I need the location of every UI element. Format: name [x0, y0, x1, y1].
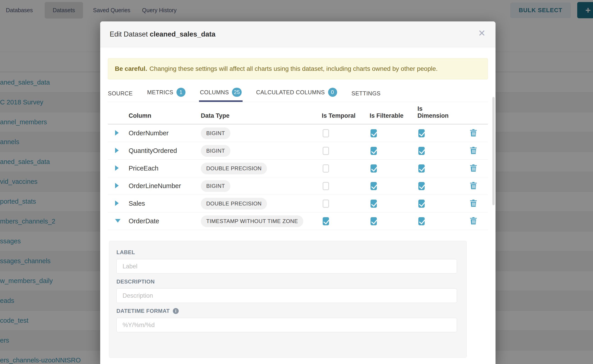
trash-icon	[470, 182, 477, 190]
delete-column-button[interactable]	[452, 146, 488, 155]
columns-table-header: Column Data Type Is Temporal Is Filterab…	[108, 102, 488, 124]
field-label: DESCRIPTION	[116, 279, 155, 285]
tab-columns[interactable]: COLUMNS25	[200, 88, 242, 102]
column-row: Sales DOUBLE PRECISION	[108, 195, 488, 212]
column-row: QuantityOrdered BIGINT	[108, 142, 488, 160]
is-temporal-checkbox[interactable]	[323, 217, 329, 225]
detail-field: DATETIME FORMAT i	[116, 308, 457, 332]
scrollbar[interactable]	[492, 97, 495, 205]
delete-column-button[interactable]	[452, 164, 488, 173]
is-dimension-checkbox[interactable]	[418, 182, 425, 190]
expand-caret-icon[interactable]	[108, 165, 124, 172]
field-input[interactable]	[116, 318, 457, 332]
column-header: Column	[124, 112, 196, 124]
modal-body: Be careful. Changing these settings will…	[100, 47, 495, 364]
field-input[interactable]	[116, 288, 457, 303]
expand-caret-icon[interactable]	[108, 148, 124, 154]
edit-dataset-modal: Edit Dataset cleaned_sales_data ✕ Be car…	[100, 21, 495, 364]
is-filterable-checkbox[interactable]	[370, 129, 377, 137]
is-dimension-checkbox[interactable]	[418, 129, 425, 137]
modal-title-prefix: Edit Dataset	[110, 30, 148, 38]
modal-header: Edit Dataset cleaned_sales_data ✕	[100, 21, 495, 47]
tab-calculated-columns[interactable]: CALCULATED COLUMNS0	[256, 88, 337, 102]
tab-label: SETTINGS	[352, 90, 381, 97]
trash-icon	[470, 199, 477, 207]
trash-icon	[470, 164, 477, 172]
trash-icon	[470, 217, 477, 225]
is-temporal-checkbox[interactable]	[323, 200, 329, 208]
close-icon[interactable]: ✕	[478, 29, 486, 38]
is-filterable-checkbox[interactable]	[370, 182, 377, 190]
data-type-header: Data Type	[196, 112, 309, 124]
column-name: PriceEach	[124, 165, 196, 172]
modal-tabs: SOURCEMETRICS1COLUMNS25CALCULATED COLUMN…	[108, 85, 488, 102]
column-name: OrderDate	[124, 217, 196, 225]
expand-caret-icon[interactable]	[108, 183, 124, 189]
detail-field: LABEL i	[116, 249, 457, 273]
is-temporal-checkbox[interactable]	[323, 147, 329, 155]
column-detail-panel: LABEL i DESCRIPTION i DATETIME FORMAT i	[109, 241, 467, 358]
is-filterable-checkbox[interactable]	[370, 164, 377, 173]
field-input[interactable]	[116, 259, 457, 273]
tab-label: CALCULATED COLUMNS	[256, 89, 325, 96]
column-row: OrderLineNumber BIGINT	[108, 177, 488, 195]
is-temporal-header: Is Temporal	[309, 112, 356, 124]
tab-label: SOURCE	[108, 90, 133, 97]
column-data-type-badge: BIGINT	[196, 145, 309, 157]
modal-title: Edit Dataset cleaned_sales_data	[110, 30, 216, 38]
is-dimension-header: Is Dimension	[404, 105, 452, 124]
expand-caret-icon[interactable]	[108, 219, 124, 223]
is-temporal-checkbox[interactable]	[323, 129, 329, 137]
info-icon[interactable]: i	[173, 308, 179, 314]
column-data-type-badge: BIGINT	[196, 127, 309, 139]
tab-label: COLUMNS	[200, 89, 229, 96]
modal-title-dataset-name: cleaned_sales_data	[150, 30, 216, 38]
column-row: OrderDate TIMESTAMP WITHOUT TIME ZONE	[108, 212, 488, 230]
is-filterable-header: Is Filterable	[356, 112, 404, 124]
is-filterable-checkbox[interactable]	[370, 200, 377, 208]
column-row: OrderNumber BIGINT	[108, 124, 488, 142]
tab-count-badge: 0	[328, 88, 337, 97]
tab-settings[interactable]: SETTINGS	[352, 90, 381, 102]
is-dimension-checkbox[interactable]	[418, 147, 425, 155]
column-data-type-badge: DOUBLE PRECISION	[196, 198, 309, 209]
tab-label: METRICS	[147, 89, 173, 96]
trash-icon	[470, 146, 477, 155]
delete-column-button[interactable]	[452, 182, 488, 191]
column-data-type-badge: DOUBLE PRECISION	[196, 162, 309, 174]
warning-alert: Be careful. Changing these settings will…	[108, 58, 488, 79]
tab-count-badge: 25	[232, 88, 242, 97]
is-filterable-checkbox[interactable]	[370, 147, 377, 155]
trash-icon	[470, 129, 477, 137]
tab-count-badge: 1	[177, 88, 185, 97]
delete-column-button[interactable]	[452, 217, 488, 226]
is-filterable-checkbox[interactable]	[370, 217, 377, 225]
is-dimension-checkbox[interactable]	[418, 217, 425, 225]
warning-alert-text: Changing these settings will affect all …	[149, 65, 438, 72]
columns-table: Column Data Type Is Temporal Is Filterab…	[108, 102, 488, 230]
column-data-type-badge: BIGINT	[196, 180, 309, 192]
column-data-type-badge: TIMESTAMP WITHOUT TIME ZONE	[196, 215, 309, 227]
expand-caret-icon[interactable]	[108, 201, 124, 207]
field-label: LABEL	[116, 249, 135, 255]
column-name: Sales	[124, 200, 196, 207]
expand-caret-icon[interactable]	[108, 130, 124, 136]
column-name: OrderNumber	[124, 130, 196, 137]
detail-field: DESCRIPTION i	[116, 279, 457, 303]
is-dimension-checkbox[interactable]	[418, 164, 425, 173]
tab-source[interactable]: SOURCE	[108, 90, 133, 102]
is-temporal-checkbox[interactable]	[323, 164, 329, 173]
delete-column-button[interactable]	[452, 199, 488, 208]
is-dimension-checkbox[interactable]	[418, 200, 425, 208]
tab-metrics[interactable]: METRICS1	[147, 88, 185, 102]
delete-column-button[interactable]	[452, 129, 488, 138]
column-name: QuantityOrdered	[124, 147, 196, 155]
field-label: DATETIME FORMAT	[116, 308, 170, 314]
warning-alert-bold: Be careful.	[115, 65, 147, 72]
column-row: PriceEach DOUBLE PRECISION	[108, 160, 488, 177]
column-name: OrderLineNumber	[124, 182, 196, 190]
is-temporal-checkbox[interactable]	[323, 182, 329, 190]
